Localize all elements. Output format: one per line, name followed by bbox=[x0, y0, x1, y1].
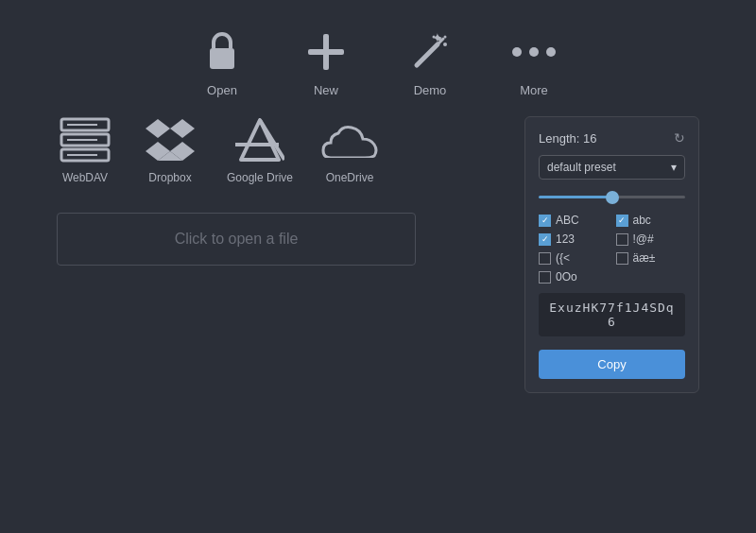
toolbar-more[interactable]: More bbox=[510, 28, 558, 97]
services-row: WebDAV Dropbox bbox=[57, 116, 506, 184]
pw-option-ambiguous-label: 0Oo bbox=[556, 270, 577, 284]
pw-checkbox-abc[interactable] bbox=[616, 215, 628, 227]
svg-point-6 bbox=[443, 43, 447, 46]
pw-checkbox-123[interactable] bbox=[539, 233, 551, 246]
toolbar-new[interactable]: New bbox=[302, 28, 350, 97]
dropbox-icon bbox=[142, 116, 198, 163]
onedrive-label: OneDrive bbox=[326, 171, 374, 184]
svg-point-12 bbox=[546, 47, 556, 57]
pw-generated-password: ExuzHK77f1J4SDq6 bbox=[539, 293, 685, 336]
pw-checkbox-ABC[interactable] bbox=[539, 215, 551, 227]
pw-checkbox-ambiguous[interactable] bbox=[539, 271, 551, 284]
svg-text:✦: ✦ bbox=[432, 31, 443, 45]
svg-point-10 bbox=[512, 47, 522, 57]
pw-checkbox-extended[interactable] bbox=[616, 252, 628, 265]
file-open-text: Click to open a file bbox=[175, 231, 299, 247]
dots-icon bbox=[510, 28, 558, 76]
pw-slider-track[interactable] bbox=[539, 196, 685, 198]
new-label: New bbox=[314, 83, 338, 97]
svg-line-25 bbox=[260, 120, 284, 160]
pw-checkbox-brackets[interactable] bbox=[539, 252, 551, 265]
toolbar-demo[interactable]: ✦ Demo bbox=[406, 28, 454, 97]
pw-option-abc[interactable]: abc bbox=[616, 214, 686, 227]
svg-marker-20 bbox=[170, 119, 195, 138]
pw-option-special[interactable]: !@# bbox=[616, 232, 686, 246]
svg-rect-0 bbox=[210, 48, 234, 69]
svg-marker-19 bbox=[146, 119, 170, 138]
drive-icon bbox=[232, 116, 288, 163]
plus-icon bbox=[302, 28, 350, 76]
open-label: Open bbox=[207, 83, 237, 97]
pw-option-brackets-label: ({< bbox=[556, 251, 570, 265]
pw-option-brackets[interactable]: ({< bbox=[539, 251, 609, 265]
googledrive-label: Google Drive bbox=[227, 171, 293, 184]
password-generator-panel: Length: 16 ↻ default preset ▾ ABC abc bbox=[524, 116, 699, 393]
pw-slider-thumb[interactable] bbox=[606, 191, 619, 204]
wand-icon: ✦ bbox=[406, 28, 454, 76]
more-label: More bbox=[520, 83, 548, 97]
svg-point-7 bbox=[444, 36, 447, 39]
webdav-label: WebDAV bbox=[62, 171, 108, 184]
pw-option-ambiguous[interactable]: 0Oo bbox=[539, 270, 609, 284]
pw-checkbox-special[interactable] bbox=[616, 233, 628, 246]
pw-options: ABC abc 123 !@# ({< äæ± bbox=[539, 214, 685, 284]
pw-preset-dropdown[interactable]: default preset ▾ bbox=[539, 155, 685, 180]
pw-option-123[interactable]: 123 bbox=[539, 232, 609, 246]
main-content: WebDAV Dropbox bbox=[0, 116, 756, 393]
pw-preset-label: default preset bbox=[547, 161, 616, 174]
toolbar-open[interactable]: Open bbox=[198, 28, 246, 97]
file-open-area[interactable]: Click to open a file bbox=[57, 213, 416, 266]
svg-rect-2 bbox=[308, 49, 344, 55]
demo-label: Demo bbox=[414, 83, 447, 97]
service-onedrive[interactable]: OneDrive bbox=[321, 116, 378, 184]
chevron-down-icon: ▾ bbox=[671, 161, 677, 174]
pw-refresh-button[interactable]: ↻ bbox=[674, 130, 685, 146]
dropbox-label: Dropbox bbox=[148, 171, 191, 184]
pw-option-123-label: 123 bbox=[556, 232, 575, 246]
left-panel: WebDAV Dropbox bbox=[57, 116, 506, 393]
toolbar: Open New ✦ Demo bbox=[0, 0, 756, 116]
pw-generated-text: ExuzHK77f1J4SDq6 bbox=[549, 301, 674, 329]
service-dropbox[interactable]: Dropbox bbox=[142, 116, 198, 184]
svg-point-11 bbox=[529, 47, 539, 57]
pw-option-extended[interactable]: äæ± bbox=[616, 251, 686, 265]
service-googledrive[interactable]: Google Drive bbox=[227, 116, 293, 184]
server-icon bbox=[57, 116, 113, 163]
pw-copy-label: Copy bbox=[597, 357, 626, 371]
pw-option-ABC[interactable]: ABC bbox=[539, 214, 609, 227]
pw-header: Length: 16 ↻ bbox=[539, 130, 685, 146]
onedrive-icon bbox=[321, 116, 378, 163]
service-webdav[interactable]: WebDAV bbox=[57, 116, 113, 184]
pw-option-special-label: !@# bbox=[633, 232, 654, 246]
pw-option-ABC-label: ABC bbox=[556, 214, 579, 227]
pw-option-abc-label: abc bbox=[633, 214, 651, 227]
pw-length-label: Length: 16 bbox=[539, 131, 596, 146]
svg-line-3 bbox=[417, 44, 438, 65]
pw-option-extended-label: äæ± bbox=[633, 251, 656, 265]
pw-slider-container bbox=[539, 189, 685, 204]
pw-copy-button[interactable]: Copy bbox=[539, 350, 685, 379]
lock-icon bbox=[198, 28, 246, 76]
